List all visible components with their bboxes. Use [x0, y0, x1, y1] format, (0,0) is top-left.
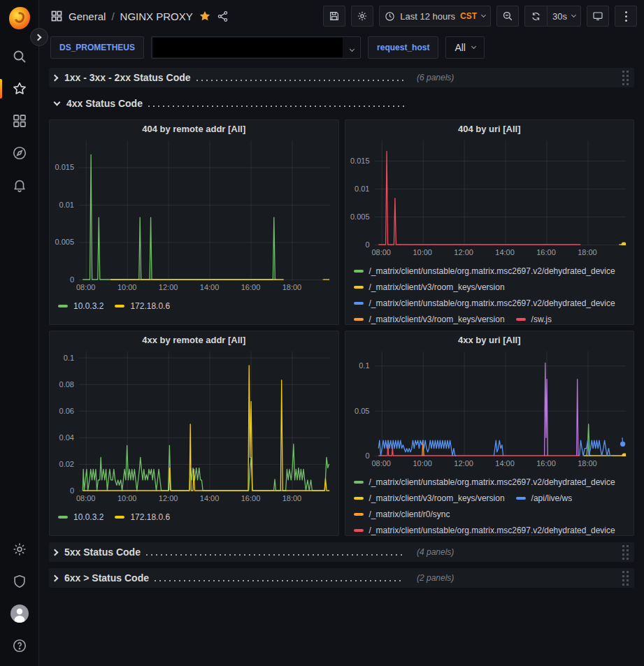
tv-mode-button[interactable]: [587, 6, 609, 27]
row-6xx[interactable]: 6xx > Status Code (2 panels): [49, 568, 634, 588]
legend-item[interactable]: /_matrix/client/unstable/org.matrix.msc2…: [354, 474, 615, 490]
chevron-down-icon: [481, 13, 486, 17]
y-axis: 00.0050.010.015: [345, 140, 375, 245]
legend-item[interactable]: /_matrix/client/v3/room_keys/version: [354, 490, 505, 506]
legend-swatch: [58, 516, 68, 519]
apps-grid-icon: [50, 10, 63, 22]
bell-icon: [12, 178, 27, 193]
y-tick-label: 0.005: [350, 212, 370, 221]
legend-label: /_matrix/client/unstable/org.matrix.msc2…: [369, 298, 615, 308]
x-tick-label: 18:00: [572, 459, 603, 468]
legend-item[interactable]: 172.18.0.6: [115, 509, 170, 525]
grafana-app: General / NGINX PROXY Last 12 hours CST: [0, 0, 644, 666]
sidebar-item-search[interactable]: [0, 41, 39, 73]
x-tick-label: 10:00: [407, 459, 438, 468]
sidebar: [0, 0, 39, 666]
more-options-button[interactable]: [615, 6, 637, 27]
legend-item[interactable]: /_matrix/client/v3/room_keys/version: [354, 311, 505, 324]
zoom-out-button[interactable]: [496, 6, 519, 27]
dotted-leader: [148, 106, 404, 107]
time-range-label: Last 12 hours: [400, 11, 455, 22]
legend-label: /api/live/ws: [531, 493, 573, 503]
sidebar-item-explore[interactable]: [0, 137, 39, 169]
sidebar-item-configuration[interactable]: [0, 533, 39, 565]
legend-swatch: [354, 270, 364, 273]
legend-item[interactable]: /sw.js: [516, 311, 552, 324]
legend-label: /_matrix/client/unstable/org.matrix.msc2…: [369, 526, 615, 535]
row-4xx[interactable]: 4xx Status Code: [49, 94, 634, 113]
row-drag-handle-icon[interactable]: [622, 545, 629, 560]
x-tick-label: 10:00: [112, 283, 143, 291]
refresh-button[interactable]: [524, 6, 547, 27]
sidebar-item-profile[interactable]: [0, 598, 39, 630]
y-tick-label: 0.1: [359, 361, 369, 370]
row-1xx-3xx-2xx[interactable]: 1xx - 3xx - 2xx Status Code (6 panels): [49, 68, 634, 87]
x-tick-label: 18:00: [276, 283, 307, 291]
x-tick-label: 08:00: [71, 494, 101, 502]
request-host-select[interactable]: All: [445, 36, 485, 59]
panel-title[interactable]: 4xx by uri [All]: [345, 335, 634, 352]
y-tick-label: 0.01: [59, 201, 74, 209]
favorite-star-icon[interactable]: [199, 10, 211, 22]
legend-item[interactable]: /_matrix/client/v3/room_keys/version: [354, 279, 505, 295]
legend-item[interactable]: 10.0.3.2: [58, 298, 103, 314]
x-tick-label: 14:00: [194, 283, 225, 291]
breadcrumb: General / NGINX PROXY: [50, 10, 229, 22]
legend-item[interactable]: /api/live/ws: [516, 490, 573, 506]
x-tick-label: 08:00: [71, 283, 101, 291]
x-axis: 08:0010:0012:0014:0016:0018:00: [375, 458, 626, 472]
sidebar-expand-button[interactable]: [30, 28, 48, 46]
time-range-picker[interactable]: Last 12 hours CST: [379, 6, 491, 27]
top-navbar: General / NGINX PROXY Last 12 hours CST: [39, 0, 644, 32]
legend-item[interactable]: /_matrix/client/r0/sync: [354, 506, 450, 522]
dashboard-settings-button[interactable]: [351, 6, 373, 27]
datasource-variable-label[interactable]: DS_PROMETHEUS: [50, 36, 144, 59]
breadcrumb-section[interactable]: General: [69, 10, 106, 22]
panel-grid: 404 by remote addr [All] 00.0050.010.015…: [49, 120, 634, 536]
row-drag-handle-icon[interactable]: [622, 71, 629, 85]
sidebar-item-server-admin[interactable]: [0, 565, 39, 598]
y-tick-label: 0.08: [59, 380, 74, 389]
legend-item[interactable]: /_matrix/client/unstable/org.matrix.msc2…: [354, 295, 615, 311]
y-tick-label: 0.02: [59, 460, 74, 468]
plot-area[interactable]: [375, 140, 626, 245]
panel-count: (2 panels): [417, 573, 454, 583]
legend-swatch: [354, 286, 364, 289]
refresh-interval-picker[interactable]: 30s: [547, 6, 581, 27]
legend-item[interactable]: /_matrix/client/unstable/org.matrix.msc2…: [354, 263, 615, 279]
panel-404-by-uri: 404 by uri [All] 00.0050.010.015 08:0010…: [345, 120, 635, 325]
panel-title[interactable]: 4xx by remote addr [All]: [50, 335, 338, 352]
page-title[interactable]: NGINX PROXY: [120, 10, 193, 22]
row-drag-handle-icon[interactable]: [622, 571, 629, 586]
legend-item[interactable]: 172.18.0.6: [115, 298, 170, 314]
plot-area[interactable]: [79, 352, 330, 491]
grafana-logo-icon[interactable]: [9, 7, 30, 29]
panel-title[interactable]: 404 by uri [All]: [345, 124, 634, 140]
plot-area[interactable]: [79, 140, 330, 280]
datasource-value-redacted: [153, 38, 343, 57]
sidebar-item-starred[interactable]: [0, 73, 39, 105]
y-tick-label: 0.005: [55, 238, 74, 246]
sidebar-item-help[interactable]: [0, 630, 39, 662]
sidebar-item-alerting[interactable]: [0, 169, 39, 201]
datasource-select[interactable]: [151, 36, 361, 59]
y-axis: 00.020.040.060.080.1: [50, 352, 79, 491]
x-tick-label: 08:00: [366, 459, 396, 468]
search-icon: [12, 49, 27, 64]
panel-title[interactable]: 404 by remote addr [All]: [50, 124, 338, 140]
save-dashboard-button[interactable]: [323, 6, 345, 27]
x-tick-label: 18:00: [572, 248, 603, 256]
row-5xx[interactable]: 5xx Status Code (4 panels): [49, 542, 634, 562]
legend-swatch: [354, 513, 364, 516]
sidebar-item-dashboards[interactable]: [0, 105, 39, 137]
share-icon[interactable]: [217, 10, 229, 22]
y-tick-label: 0.1: [64, 354, 74, 362]
plot-area[interactable]: [375, 352, 626, 456]
x-axis: 08:0010:0012:0014:0016:0018:00: [79, 282, 330, 296]
y-tick-label: 0.05: [355, 407, 369, 415]
request-host-variable-label[interactable]: request_host: [368, 36, 438, 59]
timezone-label: CST: [460, 11, 477, 21]
legend-label: /sw.js: [531, 314, 552, 324]
legend-item[interactable]: 10.0.3.2: [58, 509, 103, 525]
legend-item[interactable]: /_matrix/client/unstable/org.matrix.msc2…: [354, 522, 615, 535]
